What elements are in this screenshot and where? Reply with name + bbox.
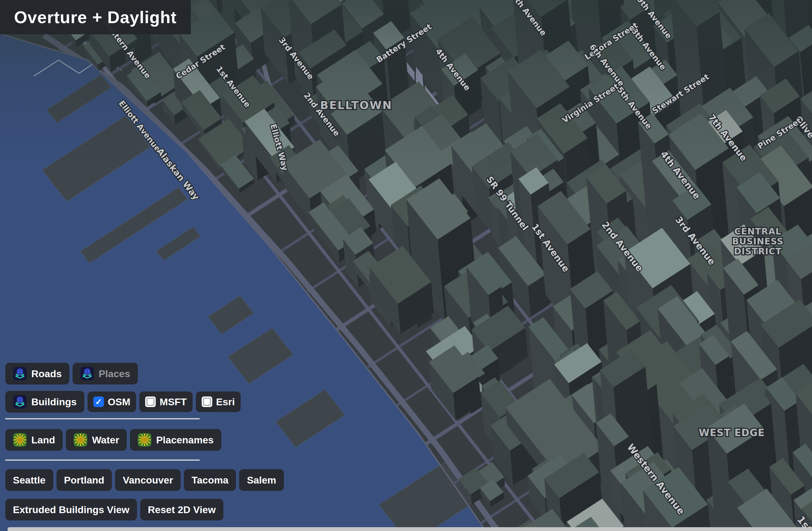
layers-globe-icon [80, 367, 94, 381]
layer-button-buildings[interactable]: Buildings [5, 391, 84, 413]
checkbox-unchecked-icon[interactable] [202, 396, 212, 407]
layer-button-roads[interactable]: Roads [5, 363, 69, 385]
source-checkbox-osm[interactable]: ✓OSM [88, 392, 136, 412]
city-buttons-row: SeattlePortlandVancouverTacomaSalem [5, 469, 284, 491]
button-label: Placenames [156, 435, 214, 445]
source-checkbox-msft[interactable]: MSFT [139, 392, 193, 412]
horizontal-scrollbar[interactable] [8, 527, 812, 531]
daylight-button-placenames[interactable]: Placenames [130, 429, 221, 451]
button-label: Reset 2D View [148, 505, 216, 515]
daylight-sun-icon [13, 433, 27, 447]
daylight-sun-icon [137, 433, 151, 447]
app-title: Overture + Daylight [14, 7, 177, 27]
daylight-button-water[interactable]: Water [66, 429, 127, 451]
checkbox-unchecked-icon[interactable] [145, 396, 156, 407]
checkbox-label: OSM [108, 396, 130, 408]
view-button-extruded-buildings-view[interactable]: Extruded Buildings View [5, 499, 137, 520]
button-label: Places [99, 369, 130, 379]
checkbox-label: MSFT [160, 396, 187, 408]
daylight-sun-icon [73, 433, 88, 447]
city-button-seattle[interactable]: Seattle [5, 469, 53, 491]
source-checkbox-esri[interactable]: Esri [196, 392, 241, 412]
view-buttons-row: Extruded Buildings ViewReset 2D View [5, 499, 223, 520]
app-title-bar: Overture + Daylight [0, 0, 191, 34]
city-button-portland[interactable]: Portland [57, 469, 112, 491]
city-button-salem[interactable]: Salem [239, 469, 284, 491]
map-3d-view[interactable]: Western AvenueCedar Street1st Avenue3rd … [0, 0, 812, 531]
button-label: Land [31, 435, 55, 445]
button-label: Tacoma [191, 475, 228, 485]
divider [5, 418, 200, 419]
button-label: Roads [31, 369, 62, 379]
button-label: Extruded Buildings View [13, 505, 129, 515]
layer-button-places[interactable]: Places [73, 363, 138, 385]
city-button-tacoma[interactable]: Tacoma [184, 469, 236, 491]
layers-globe-icon [13, 367, 27, 381]
button-label: Seattle [13, 475, 46, 485]
button-label: Vancouver [122, 475, 173, 485]
checkbox-label: Esri [216, 396, 235, 408]
building-source-row: Buildings✓OSMMSFTEsri [5, 391, 241, 413]
daylight-button-land[interactable]: Land [5, 429, 63, 451]
button-label: Portland [64, 475, 104, 485]
button-label: Salem [247, 475, 276, 485]
layer-buttons-row: Roads Places [5, 363, 138, 385]
layers-globe-icon [13, 395, 27, 409]
daylight-buttons-row: Land Water Placenames [5, 429, 221, 451]
view-button-reset-2d-view[interactable]: Reset 2D View [140, 499, 223, 520]
city-button-vancouver[interactable]: Vancouver [115, 469, 180, 491]
button-label: Water [92, 435, 119, 445]
divider [5, 460, 200, 461]
checkbox-checked-icon[interactable]: ✓ [93, 396, 104, 407]
button-label: Buildings [31, 397, 77, 407]
map-app: Western AvenueCedar Street1st Avenue3rd … [0, 0, 812, 531]
